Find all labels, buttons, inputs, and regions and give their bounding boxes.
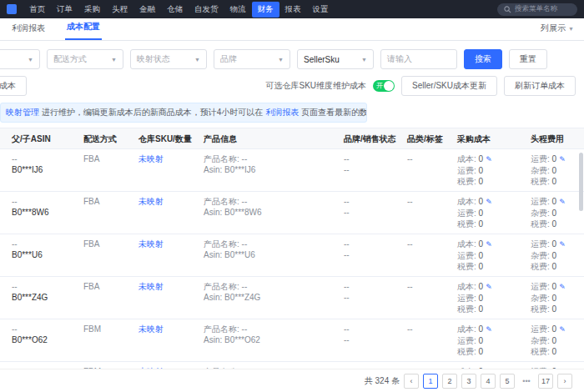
mapping-manage-link[interactable]: 映射管理 bbox=[6, 108, 39, 117]
page-button-1[interactable]: 1 bbox=[423, 374, 438, 389]
filter-input-cut[interactable]: ▼ bbox=[0, 49, 40, 69]
unmapped-link[interactable]: 未映射 bbox=[138, 324, 164, 334]
vertical-scrollbar[interactable] bbox=[579, 153, 583, 211]
reset-button[interactable]: 重置 bbox=[509, 49, 547, 69]
page-prev-button[interactable]: ‹ bbox=[404, 374, 419, 389]
page-button-3[interactable]: 3 bbox=[461, 374, 476, 389]
unmapped-link[interactable]: 未映射 bbox=[138, 282, 164, 291]
category-tag-value: -- bbox=[407, 366, 457, 369]
warehouse-sku-toggle[interactable]: 开 bbox=[373, 80, 395, 92]
parent-asin: -- bbox=[12, 239, 78, 249]
keyword-input[interactable]: 请输入 bbox=[380, 49, 457, 69]
table-header-row: 父/子ASIN配送方式仓库SKU/数量产品信息品牌/销售状态品类/标签采购成本头… bbox=[0, 128, 584, 149]
unmapped-link[interactable]: 未映射 bbox=[138, 154, 164, 163]
nav-item-订单[interactable]: 订单 bbox=[51, 2, 78, 18]
nav-item-报表[interactable]: 报表 bbox=[279, 2, 307, 18]
edit-icon[interactable]: ✎ bbox=[559, 283, 566, 291]
chevron-down-icon: ▼ bbox=[568, 26, 574, 32]
column-display-control[interactable]: 列展示 ▼ bbox=[541, 23, 574, 40]
fee-line: 运费: 0 bbox=[457, 250, 526, 261]
page-ellipsis[interactable]: ••• bbox=[519, 374, 534, 389]
first-leg-fee-cell: 运费: 0✎杂费: 0税费: 0 bbox=[531, 366, 584, 369]
sale-status-value: -- bbox=[344, 334, 402, 345]
delivery-method: FBA bbox=[83, 153, 138, 164]
nav-item-首页[interactable]: 首页 bbox=[23, 2, 51, 18]
nav-item-采购[interactable]: 采购 bbox=[78, 2, 106, 18]
import-cost-button[interactable]: 导入成本 bbox=[0, 76, 27, 96]
filter-placeholder: 品牌 bbox=[220, 53, 237, 65]
unmapped-link[interactable]: 未映射 bbox=[138, 239, 164, 249]
nav-item-自发货[interactable]: 自发货 bbox=[189, 2, 224, 18]
nav-item-金融[interactable]: 金融 bbox=[133, 2, 161, 18]
warehouse-sku-toggle-label: 可选仓库SKU维度维护成本 bbox=[266, 80, 367, 92]
sellersku-select[interactable]: SellerSku ▼ bbox=[297, 49, 374, 69]
global-search-input[interactable]: 搜索菜单名称 bbox=[497, 3, 577, 16]
nav-item-设置[interactable]: 设置 bbox=[307, 2, 335, 18]
filter-placeholder: 配送方式 bbox=[53, 53, 87, 65]
column-display-label: 列展示 bbox=[541, 23, 566, 34]
product-asin: Asin: B0***Z4G bbox=[204, 292, 339, 303]
sellersku-value: SellerSku bbox=[304, 55, 340, 64]
page-button-4[interactable]: 4 bbox=[481, 374, 496, 389]
search-button[interactable]: 搜索 bbox=[464, 49, 502, 69]
fee-line: 税费: 0 bbox=[531, 261, 584, 272]
page-button-17[interactable]: 17 bbox=[538, 374, 553, 389]
edit-icon[interactable]: ✎ bbox=[559, 325, 566, 334]
edit-icon[interactable]: ✎ bbox=[559, 198, 566, 206]
delivery-method: FBA bbox=[83, 281, 138, 292]
fee-line: 税费: 0 bbox=[531, 304, 584, 314]
nav-item-物流[interactable]: 物流 bbox=[224, 2, 252, 18]
filter-select[interactable]: 配送方式▼ bbox=[47, 49, 123, 69]
pagination-bar: 共 324 条 ‹12345•••17› bbox=[0, 369, 584, 392]
nav-item-头程[interactable]: 头程 bbox=[106, 2, 133, 18]
app-logo-icon bbox=[7, 4, 17, 14]
fee-line: 成本: 0✎ bbox=[457, 153, 526, 165]
tab-利润报表[interactable]: 利润报表 bbox=[10, 18, 47, 40]
edit-icon[interactable]: ✎ bbox=[559, 240, 566, 249]
page-button-5[interactable]: 5 bbox=[500, 374, 515, 389]
parent-asin: -- bbox=[12, 366, 78, 369]
seller-sku-cost-update-button[interactable]: Seller/SKU成本更新 bbox=[401, 76, 497, 96]
chevron-down-icon: ▼ bbox=[278, 57, 284, 63]
nav-item-财务[interactable]: 财务 bbox=[252, 2, 279, 18]
edit-icon[interactable]: ✎ bbox=[559, 368, 566, 369]
cost-table: 父/子ASIN配送方式仓库SKU/数量产品信息品牌/销售状态品类/标签采购成本头… bbox=[0, 128, 584, 369]
fee-line: 运费: 0✎ bbox=[531, 281, 584, 293]
tab-成本配置[interactable]: 成本配置 bbox=[65, 16, 102, 40]
unmapped-link[interactable]: 未映射 bbox=[138, 197, 164, 206]
table-row: -- B0***O62 FBM 未映射 产品名称: -- Asin: B0***… bbox=[0, 319, 584, 362]
page-button-2[interactable]: 2 bbox=[442, 374, 457, 389]
page-next-button[interactable]: › bbox=[557, 374, 572, 389]
nav-item-仓储[interactable]: 仓储 bbox=[161, 2, 189, 18]
edit-icon[interactable]: ✎ bbox=[486, 155, 492, 163]
column-header: 采购成本 bbox=[457, 133, 531, 144]
filter-select[interactable]: 品牌▼ bbox=[214, 49, 290, 69]
fee-line: 杂费: 0 bbox=[531, 165, 584, 176]
pagination-total: 共 324 条 bbox=[365, 375, 400, 387]
unmapped-link[interactable]: 未映射 bbox=[138, 367, 164, 369]
edit-icon[interactable]: ✎ bbox=[486, 240, 492, 249]
first-leg-fee-cell: 运费: 0✎杂费: 0税费: 0 bbox=[531, 239, 584, 272]
brand-value: -- bbox=[344, 239, 402, 249]
chevron-down-icon: ▼ bbox=[28, 57, 33, 63]
notice-tail: 页面查看最新的数据 bbox=[299, 108, 367, 117]
fee-line: 运费: 0 bbox=[457, 335, 526, 346]
edit-icon[interactable]: ✎ bbox=[486, 325, 492, 334]
refresh-order-cost-button[interactable]: 刷新订单成本 bbox=[504, 76, 576, 96]
fee-line: 运费: 0 bbox=[457, 208, 526, 219]
toggle-state-text: 开 bbox=[376, 81, 383, 91]
parent-asin: -- bbox=[12, 281, 78, 292]
edit-icon[interactable]: ✎ bbox=[486, 283, 492, 291]
sale-status-value: -- bbox=[344, 164, 402, 175]
purchase-cost-cell: 成本: 0✎运费: 0税费: 0 bbox=[457, 153, 531, 187]
product-asin: Asin: B0***O62 bbox=[204, 334, 339, 345]
child-asin: B0***O62 bbox=[12, 334, 78, 345]
edit-icon[interactable]: ✎ bbox=[486, 198, 492, 206]
fee-line: 税费: 0 bbox=[531, 219, 584, 229]
filter-select[interactable]: 映射状态▼ bbox=[130, 49, 207, 69]
fee-line: 成本: 0✎ bbox=[457, 324, 526, 335]
edit-icon[interactable]: ✎ bbox=[486, 368, 492, 369]
brand-value: -- bbox=[344, 153, 402, 164]
edit-icon[interactable]: ✎ bbox=[559, 155, 566, 163]
profit-report-link[interactable]: 利润报表 bbox=[265, 108, 299, 117]
